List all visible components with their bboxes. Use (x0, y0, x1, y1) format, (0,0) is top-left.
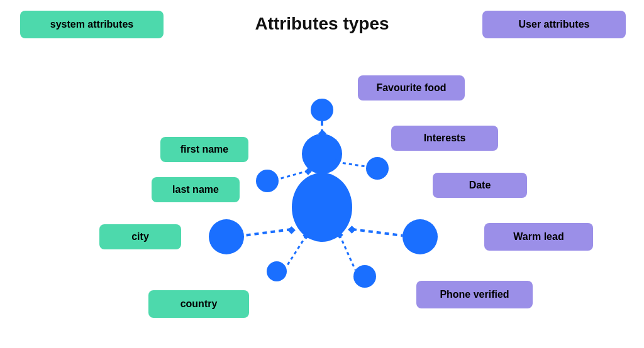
svg-line-12 (279, 171, 308, 179)
last-name-label: last name (152, 177, 240, 202)
favourite-food-label: Favourite food (358, 75, 465, 101)
first-name-label: first name (160, 137, 248, 162)
svg-rect-22 (336, 231, 343, 238)
svg-rect-19 (304, 168, 311, 175)
svg-rect-18 (348, 226, 356, 234)
interests-label: Interests (391, 126, 498, 151)
city-label: city (99, 224, 181, 249)
country-label: country (148, 290, 249, 318)
svg-point-4 (402, 219, 438, 254)
svg-line-15 (340, 235, 355, 270)
svg-line-13 (336, 162, 366, 166)
svg-rect-16 (318, 129, 326, 138)
svg-point-7 (267, 261, 287, 281)
svg-line-14 (286, 236, 306, 267)
phone-verified-label: Phone verified (416, 281, 533, 308)
svg-rect-17 (287, 226, 296, 234)
date-label: Date (433, 173, 527, 198)
svg-point-3 (209, 219, 244, 254)
warm-lead-label: Warm lead (484, 223, 593, 251)
svg-rect-21 (303, 232, 309, 239)
system-attributes-badge: system attributes (20, 11, 164, 38)
svg-point-1 (292, 173, 352, 242)
svg-point-8 (353, 265, 376, 288)
svg-line-10 (244, 229, 291, 236)
svg-point-5 (256, 170, 279, 192)
user-attributes-badge: User attributes (482, 11, 626, 38)
page-title: Attributes types (255, 14, 389, 34)
svg-line-11 (352, 229, 402, 236)
svg-point-2 (311, 99, 333, 121)
svg-point-0 (302, 134, 342, 174)
svg-point-6 (366, 157, 389, 180)
svg-rect-20 (332, 158, 339, 165)
